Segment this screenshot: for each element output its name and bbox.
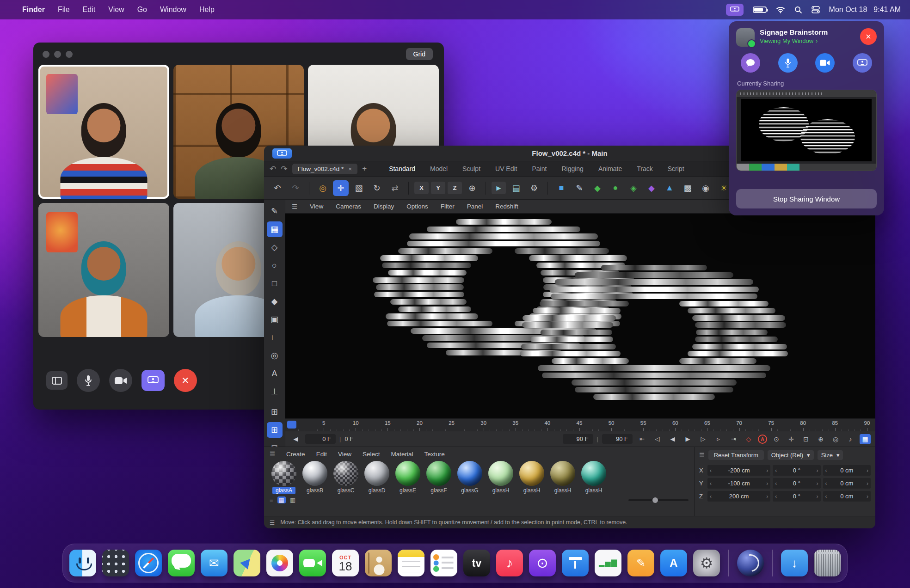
dock-numbers[interactable]: ▂▅▇	[595, 550, 621, 576]
position-keys-icon[interactable]: ✛	[786, 434, 797, 444]
material-swatch-9[interactable]: glassH	[517, 461, 546, 494]
dock-reminders[interactable]	[430, 550, 457, 576]
lock-z-axis-icon[interactable]: Z	[448, 182, 462, 194]
transform-y-scale-field[interactable]: ‹0 cm›	[823, 478, 871, 489]
close-tab-icon[interactable]: ×	[348, 165, 352, 172]
dock-contacts[interactable]	[365, 550, 392, 576]
material-menu-select[interactable]: Select	[363, 451, 380, 458]
keyframe-options-icon[interactable]: ⊙	[771, 434, 782, 444]
grid-tool-icon[interactable]: ⊞	[267, 404, 283, 420]
camera-button[interactable]	[815, 53, 835, 73]
reset-transform-button[interactable]: Reset Transform	[708, 450, 764, 460]
material-menu-texture[interactable]: Texture	[424, 451, 444, 458]
facetime-tile-4[interactable]	[38, 203, 169, 337]
viewport-canvas[interactable]	[285, 214, 875, 418]
box-select-tool-icon[interactable]: ▦	[267, 221, 283, 237]
transform-y-position-field[interactable]: ‹-100 cm›	[707, 478, 770, 489]
dock-music[interactable]: ♪	[496, 550, 523, 576]
dock-pages[interactable]: ✎	[627, 550, 654, 576]
add-field-icon[interactable]: ▲	[662, 180, 677, 196]
layout-tab-script[interactable]: Script	[668, 165, 684, 172]
share-screen-button[interactable]	[141, 370, 165, 391]
stepper-increase-icon[interactable]: ›	[817, 480, 818, 487]
status-menu-icon[interactable]: ☰	[270, 519, 275, 526]
stepper-decrease-icon[interactable]: ‹	[825, 480, 827, 487]
frame-back-button[interactable]: ◀	[290, 434, 301, 444]
material-view-toggle-2[interactable]: ▦	[277, 496, 286, 503]
material-menu-view[interactable]: View	[338, 451, 351, 458]
dock-safari[interactable]	[135, 550, 162, 576]
material-menu-material[interactable]: Material	[391, 451, 413, 458]
dock-podcasts[interactable]: ⊙	[529, 550, 556, 576]
viewport-menu-display[interactable]: Display	[374, 203, 394, 210]
go-to-start-button[interactable]: ⇤	[636, 434, 648, 444]
wifi-icon[interactable]	[776, 6, 785, 13]
render-view-icon[interactable]: ▶	[492, 182, 506, 194]
recent-tools-icon[interactable]: ⇄	[387, 180, 403, 196]
add-deformer-icon[interactable]: ◆	[644, 180, 659, 196]
previous-frame-button[interactable]: ◀	[667, 434, 678, 444]
material-swatch-10[interactable]: glassH	[548, 461, 577, 494]
undo-icon[interactable]: ↶	[270, 180, 285, 196]
dock-maps[interactable]	[234, 550, 260, 576]
add-spline-icon[interactable]: ✎	[572, 180, 587, 196]
snap-grid-tool-icon[interactable]: ⊞	[267, 422, 283, 438]
menu-view[interactable]: View	[108, 6, 124, 14]
dock-calendar[interactable]: OCT18	[332, 550, 359, 576]
redo-icon[interactable]: ↷	[281, 164, 287, 174]
dock-photos[interactable]	[266, 550, 293, 576]
dock-cinema4d[interactable]	[737, 550, 764, 576]
transform-x-scale-field[interactable]: ‹0 cm›	[823, 465, 871, 476]
camera-toggle-button[interactable]	[109, 369, 132, 392]
mesh-tool-icon[interactable]: ▣	[267, 312, 283, 327]
facetime-tile-1[interactable]	[38, 65, 169, 199]
material-menu-edit[interactable]: Edit	[316, 451, 327, 458]
material-swatch-4[interactable]: glassD	[363, 461, 391, 494]
add-scene-object-icon[interactable]: ▩	[680, 180, 695, 196]
stepper-decrease-icon[interactable]: ‹	[710, 467, 712, 474]
stepper-increase-icon[interactable]: ›	[867, 493, 868, 500]
redo-icon[interactable]: ↷	[288, 180, 303, 196]
play-button[interactable]: ▶	[682, 434, 694, 444]
dock-notes[interactable]	[398, 550, 424, 576]
material-swatch-5[interactable]: glassE	[394, 461, 422, 494]
transform-x-position-field[interactable]: ‹-200 cm›	[707, 465, 770, 476]
material-view-toggle-1[interactable]: ≡	[270, 496, 273, 503]
minimize-window-button[interactable]	[54, 51, 61, 58]
circle-tool-icon[interactable]: ○	[267, 257, 283, 273]
viewport-menu-icon[interactable]: ☰	[292, 203, 297, 210]
pen-tool-icon[interactable]: ✎	[267, 203, 283, 219]
close-window-button[interactable]	[43, 51, 49, 58]
sidebar-toggle-button[interactable]	[46, 371, 68, 390]
transform-y-rotation-field[interactable]: ‹0 °›	[773, 478, 820, 489]
stepper-increase-icon[interactable]: ›	[766, 480, 768, 487]
dock-trash[interactable]	[814, 550, 841, 576]
stepper-decrease-icon[interactable]: ‹	[775, 480, 777, 487]
dock-launchpad[interactable]	[102, 550, 129, 576]
layout-tab-animate[interactable]: Animate	[598, 165, 622, 172]
current-frame-field[interactable]: 0 F	[305, 434, 336, 444]
material-swatch-7[interactable]: glassG	[455, 461, 484, 494]
dock-tv[interactable]: tv	[463, 550, 490, 576]
add-tab-button[interactable]: +	[362, 164, 367, 173]
stepper-increase-icon[interactable]: ›	[766, 493, 768, 500]
render-settings-icon[interactable]: ⚙	[526, 180, 542, 196]
stepper-decrease-icon[interactable]: ‹	[710, 493, 712, 500]
dock-finder[interactable]	[69, 550, 96, 576]
move-tool-icon[interactable]: ✛	[333, 180, 349, 196]
max-frame-field[interactable]: 90 F	[602, 434, 633, 444]
scale-tool-icon[interactable]: ▧	[351, 180, 367, 196]
dock-facetime[interactable]	[299, 550, 326, 576]
layout-tab-track[interactable]: Track	[637, 165, 652, 172]
viewing-window-link[interactable]: Viewing My Window ›	[760, 37, 828, 44]
document-tab[interactable]: Flow_v002.c4d * ×	[292, 164, 358, 174]
snap-settings-icon[interactable]: ▦	[860, 434, 871, 444]
undo-icon[interactable]: ↶	[270, 164, 276, 174]
add-cube-object-icon[interactable]: ■	[553, 180, 569, 196]
coordinates-panel-menu-icon[interactable]: ☰	[699, 452, 705, 459]
material-swatch-3[interactable]: glassC	[332, 461, 360, 494]
dock-appstore[interactable]: A	[660, 550, 687, 576]
previous-key-button[interactable]: ◁	[652, 434, 663, 444]
material-menu-create[interactable]: Create	[286, 451, 305, 458]
timeline-ruler[interactable]: 051015202530354045505560657075808590	[285, 418, 875, 431]
